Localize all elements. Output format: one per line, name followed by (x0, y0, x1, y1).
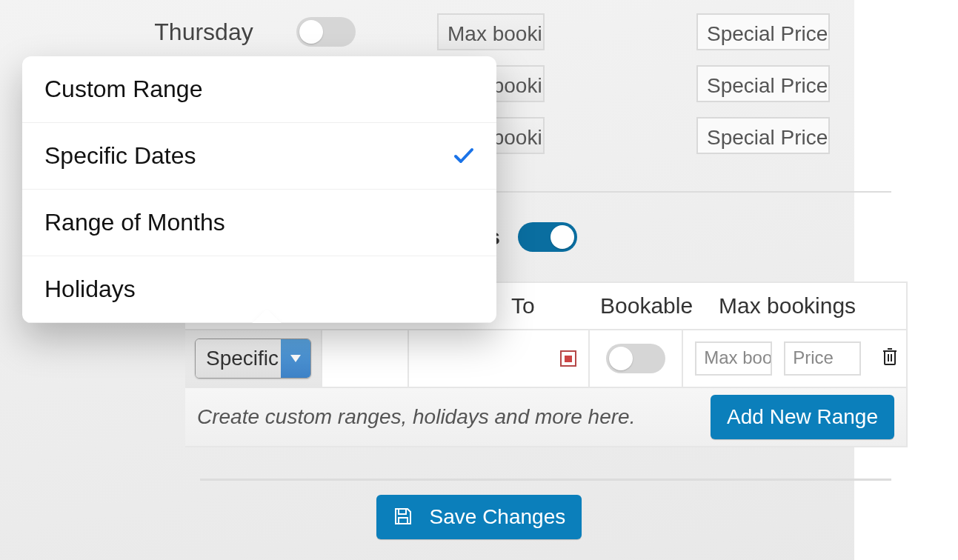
weekday-saturday-price-input[interactable]: Special Price (696, 117, 830, 154)
svg-marker-0 (290, 355, 301, 362)
range-max-input[interactable]: Max bookings (695, 341, 772, 376)
range-type-select[interactable]: Specific Dates (195, 339, 311, 379)
popover-option-range-of-months[interactable]: Range of Months (22, 190, 496, 256)
popover-option-label: Holidays (44, 276, 136, 303)
col-header-bookable: Bookable (600, 293, 719, 319)
bottom-divider (200, 479, 891, 481)
ranges-footer-note: Create custom ranges, holidays and more … (197, 405, 635, 429)
chevron-down-icon (281, 339, 310, 378)
popover-option-custom-range[interactable]: Custom Range (22, 56, 496, 123)
weekday-thursday-toggle[interactable] (296, 17, 356, 47)
ranges-footer: Create custom ranges, holidays and more … (185, 388, 908, 447)
trash-icon[interactable] (882, 347, 898, 371)
range-row: Specific Dates Max bookings Price (185, 330, 908, 388)
col-header-max: Max bookings (719, 293, 889, 319)
check-icon (453, 144, 474, 169)
add-new-range-button[interactable]: Add New Range (711, 395, 894, 439)
section-toggle[interactable] (518, 222, 577, 252)
range-type-selected: Specific Dates (196, 339, 281, 378)
weekday-thursday-label: Thursday (111, 19, 296, 46)
col-header-to: To (511, 293, 600, 319)
popover-option-specific-dates[interactable]: Specific Dates (22, 123, 496, 190)
popover-option-label: Range of Months (44, 209, 225, 236)
weekday-thursday-price-input[interactable]: Special Price (696, 13, 830, 50)
add-new-range-label: Add New Range (727, 405, 878, 428)
weekday-thursday-max-input[interactable]: Max bookings (437, 13, 545, 50)
weekday-friday-price-input[interactable]: Special Price (696, 65, 830, 102)
svg-rect-6 (399, 509, 406, 514)
svg-rect-1 (885, 351, 895, 364)
popover-option-label: Custom Range (44, 76, 202, 103)
save-icon (393, 506, 413, 527)
range-type-popover: Custom Range Specific Dates Range of Mon… (22, 56, 496, 323)
calendar-icon[interactable] (560, 350, 576, 367)
range-price-input[interactable]: Price (784, 341, 861, 376)
svg-rect-7 (399, 518, 408, 524)
popover-option-holidays[interactable]: Holidays (22, 256, 496, 323)
save-changes-label: Save Changes (430, 505, 566, 528)
range-bookable-toggle[interactable] (606, 344, 665, 373)
popover-option-label: Specific Dates (44, 142, 196, 170)
save-changes-button[interactable]: Save Changes (376, 495, 582, 539)
card-background (854, 0, 958, 560)
